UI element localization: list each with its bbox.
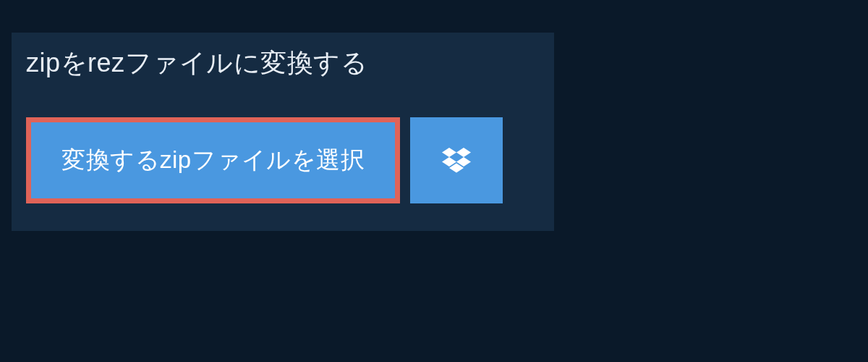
button-row: 変換するzipファイルを選択: [12, 94, 554, 231]
heading-bar: zipをrezファイルに変換する: [12, 33, 442, 94]
select-file-button-label: 変換するzipファイルを選択: [61, 144, 365, 177]
select-file-button[interactable]: 変換するzipファイルを選択: [26, 117, 400, 203]
page-title: zipをrezファイルに変換する: [26, 46, 427, 81]
converter-panel: zipをrezファイルに変換する 変換するzipファイルを選択: [12, 33, 554, 231]
dropbox-button[interactable]: [410, 117, 503, 203]
dropbox-icon: [442, 148, 471, 174]
